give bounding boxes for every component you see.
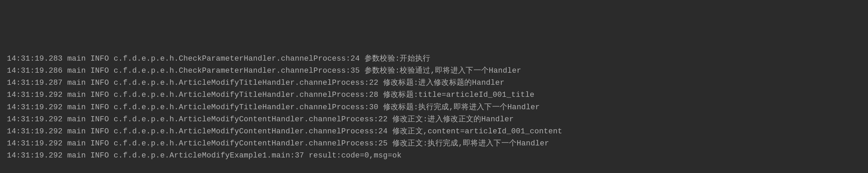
log-location: c.f.d.e.p.e.h.ArticleModifyContentHandle… [114, 115, 388, 124]
log-message: 修改正文:执行完成,即将进入下一个Handler [392, 139, 549, 148]
log-message: 修改正文,content=articleId_001_content [392, 127, 562, 136]
log-line: 14:31:19.292 main INFO c.f.d.e.p.e.h.Art… [7, 113, 861, 125]
log-level: INFO [90, 103, 109, 112]
log-level: INFO [90, 127, 109, 136]
log-line: 14:31:19.292 main INFO c.f.d.e.p.e.h.Art… [7, 101, 861, 113]
log-message: 修改标题:进入修改标题的Handler [383, 79, 504, 87]
log-level: INFO [90, 79, 109, 87]
log-location: c.f.d.e.p.e.h.CheckParameterHandler.chan… [114, 54, 360, 63]
log-thread: main [67, 91, 86, 99]
log-message: result:code=0,msg=ok [309, 151, 402, 160]
log-timestamp: 14:31:19.292 [7, 151, 63, 160]
log-thread: main [67, 79, 86, 87]
log-timestamp: 14:31:19.286 [7, 67, 63, 75]
log-level: INFO [90, 54, 109, 63]
log-timestamp: 14:31:19.292 [7, 91, 63, 99]
log-line: 14:31:19.292 main INFO c.f.d.e.p.e.Artic… [7, 150, 861, 162]
log-thread: main [67, 103, 86, 112]
log-message: 修改标题:title=articleId_001_title [383, 91, 534, 99]
log-location: c.f.d.e.p.e.ArticleModifyExample1.main:3… [114, 151, 304, 160]
log-timestamp: 14:31:19.292 [7, 139, 63, 148]
log-thread: main [67, 54, 86, 63]
log-thread: main [67, 139, 86, 148]
log-message: 参数校验:开始执行 [365, 54, 431, 63]
log-output: 14:31:19.283 main INFO c.f.d.e.p.e.h.Che… [7, 53, 861, 162]
log-location: c.f.d.e.p.e.h.CheckParameterHandler.chan… [114, 67, 360, 75]
log-level: INFO [90, 67, 109, 75]
log-thread: main [67, 67, 86, 75]
log-timestamp: 14:31:19.287 [7, 79, 63, 87]
log-location: c.f.d.e.p.e.h.ArticleModifyContentHandle… [114, 127, 388, 136]
log-level: INFO [90, 91, 109, 99]
log-level: INFO [90, 139, 109, 148]
log-line: 14:31:19.283 main INFO c.f.d.e.p.e.h.Che… [7, 53, 861, 65]
log-line: 14:31:19.292 main INFO c.f.d.e.p.e.h.Art… [7, 138, 861, 150]
log-location: c.f.d.e.p.e.h.ArticleModifyTitleHandler.… [114, 91, 379, 99]
log-thread: main [67, 115, 86, 124]
log-message: 参数校验:校验通过,即将进入下一个Handler [365, 67, 521, 75]
log-line: 14:31:19.286 main INFO c.f.d.e.p.e.h.Che… [7, 65, 861, 77]
log-line: 14:31:19.292 main INFO c.f.d.e.p.e.h.Art… [7, 125, 861, 138]
log-line: 14:31:19.287 main INFO c.f.d.e.p.e.h.Art… [7, 77, 861, 89]
log-location: c.f.d.e.p.e.h.ArticleModifyContentHandle… [114, 139, 388, 148]
log-timestamp: 14:31:19.292 [7, 127, 63, 136]
log-timestamp: 14:31:19.292 [7, 115, 63, 124]
log-thread: main [67, 151, 86, 160]
log-level: INFO [90, 151, 109, 160]
log-thread: main [67, 127, 86, 136]
log-message: 修改标题:执行完成,即将进入下一个Handler [383, 103, 540, 112]
log-location: c.f.d.e.p.e.h.ArticleModifyTitleHandler.… [114, 79, 379, 87]
log-timestamp: 14:31:19.292 [7, 103, 63, 112]
log-location: c.f.d.e.p.e.h.ArticleModifyTitleHandler.… [114, 103, 379, 112]
log-message: 修改正文:进入修改正文的Handler [392, 115, 514, 124]
log-timestamp: 14:31:19.283 [7, 54, 63, 63]
log-level: INFO [90, 115, 109, 124]
log-line: 14:31:19.292 main INFO c.f.d.e.p.e.h.Art… [7, 89, 861, 101]
